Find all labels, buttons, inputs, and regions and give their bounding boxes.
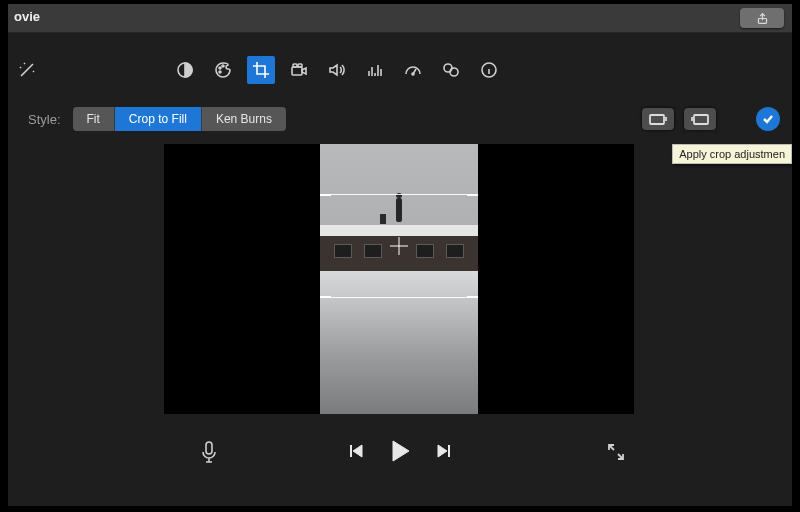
- svg-rect-5: [292, 67, 302, 75]
- style-segmented-control: Fit Crop to Fill Ken Burns: [73, 107, 286, 131]
- adjustment-toolbar: [8, 50, 792, 90]
- mic-icon[interactable]: [198, 440, 220, 470]
- crop-handle-bl[interactable]: [320, 284, 331, 298]
- style-option-crop-to-fill[interactable]: Crop to Fill: [115, 107, 202, 131]
- svg-rect-12: [650, 115, 664, 124]
- equalizer-icon[interactable]: [361, 56, 389, 84]
- titlebar: ovie: [8, 4, 792, 33]
- next-button[interactable]: [435, 442, 453, 464]
- share-button[interactable]: [740, 8, 784, 28]
- svg-point-2: [219, 67, 221, 69]
- style-label: Style:: [28, 112, 61, 127]
- style-option-fit[interactable]: Fit: [73, 107, 115, 131]
- apply-crop-tooltip: Apply crop adjustmen: [672, 144, 792, 164]
- svg-rect-7: [298, 64, 302, 67]
- svg-point-3: [222, 65, 224, 67]
- style-row: Style: Fit Crop to Fill Ken Burns: [28, 104, 780, 134]
- info-icon[interactable]: [475, 56, 503, 84]
- crop-handle-tr[interactable]: [467, 194, 478, 208]
- svg-point-10: [450, 68, 458, 76]
- rotate-cw-button[interactable]: [684, 108, 716, 130]
- style-option-ken-burns[interactable]: Ken Burns: [202, 107, 286, 131]
- volume-icon[interactable]: [323, 56, 351, 84]
- svg-point-4: [219, 71, 221, 73]
- rotate-ccw-button[interactable]: [642, 108, 674, 130]
- speed-icon[interactable]: [399, 56, 427, 84]
- svg-rect-6: [293, 64, 297, 67]
- palette-icon[interactable]: [209, 56, 237, 84]
- crop-icon[interactable]: [247, 56, 275, 84]
- apply-crop-button[interactable]: [756, 107, 780, 131]
- video-clip: [320, 144, 478, 414]
- preview-viewer[interactable]: [164, 144, 634, 414]
- crop-rectangle[interactable]: [320, 194, 478, 298]
- clips-icon[interactable]: [437, 56, 465, 84]
- svg-rect-13: [694, 115, 708, 124]
- prev-button[interactable]: [347, 442, 365, 464]
- camera-icon[interactable]: [285, 56, 313, 84]
- wand-icon[interactable]: [13, 56, 41, 84]
- play-button[interactable]: [387, 438, 413, 468]
- contrast-icon[interactable]: [171, 56, 199, 84]
- crop-handle-tl[interactable]: [320, 194, 331, 208]
- expand-icon[interactable]: [606, 442, 626, 466]
- transport-bar: [8, 432, 792, 476]
- svg-point-8: [412, 73, 414, 75]
- svg-rect-14: [206, 442, 212, 454]
- window-title: ovie: [14, 9, 40, 24]
- crop-handle-br[interactable]: [467, 284, 478, 298]
- crop-center-cross: [390, 237, 408, 255]
